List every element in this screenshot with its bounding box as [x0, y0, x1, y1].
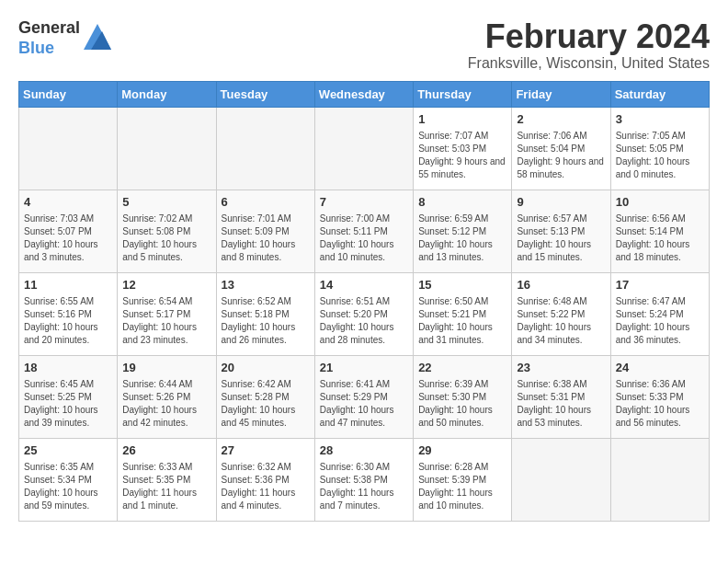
calendar-header-monday: Monday	[118, 81, 216, 107]
calendar-cell: 15Sunrise: 6:50 AM Sunset: 5:21 PM Dayli…	[414, 272, 512, 355]
day-number: 26	[122, 442, 210, 459]
day-number: 25	[24, 442, 112, 459]
calendar-cell: 7Sunrise: 7:00 AM Sunset: 5:11 PM Daylig…	[314, 190, 413, 272]
day-number: 17	[616, 277, 704, 293]
day-number: 15	[418, 277, 506, 293]
calendar-cell: 29Sunrise: 6:28 AM Sunset: 5:39 PM Dayli…	[414, 438, 512, 521]
calendar-cell: 2Sunrise: 7:06 AM Sunset: 5:04 PM Daylig…	[512, 107, 610, 190]
calendar-week-row: 11Sunrise: 6:55 AM Sunset: 5:16 PM Dayli…	[19, 272, 710, 355]
day-info: Sunrise: 7:00 AM Sunset: 5:11 PM Dayligh…	[320, 213, 408, 264]
calendar-cell	[118, 107, 216, 190]
day-info: Sunrise: 6:59 AM Sunset: 5:12 PM Dayligh…	[418, 213, 506, 264]
day-number: 4	[24, 194, 112, 211]
calendar-cell: 12Sunrise: 6:54 AM Sunset: 5:17 PM Dayli…	[118, 272, 216, 355]
day-number: 22	[418, 360, 506, 376]
day-number: 1	[418, 111, 506, 128]
calendar-cell	[216, 107, 314, 190]
day-info: Sunrise: 6:28 AM Sunset: 5:39 PM Dayligh…	[418, 461, 506, 512]
day-number: 27	[222, 442, 310, 459]
day-info: Sunrise: 6:56 AM Sunset: 5:14 PM Dayligh…	[616, 213, 704, 264]
calendar-cell: 4Sunrise: 7:03 AM Sunset: 5:07 PM Daylig…	[19, 190, 118, 272]
day-info: Sunrise: 7:06 AM Sunset: 5:04 PM Dayligh…	[517, 130, 605, 181]
day-number: 28	[320, 442, 408, 459]
calendar-cell: 23Sunrise: 6:38 AM Sunset: 5:31 PM Dayli…	[512, 355, 610, 438]
day-number: 9	[517, 194, 605, 211]
day-number: 24	[616, 360, 704, 376]
day-number: 2	[517, 111, 605, 128]
day-info: Sunrise: 6:50 AM Sunset: 5:21 PM Dayligh…	[418, 295, 506, 347]
day-info: Sunrise: 7:07 AM Sunset: 5:03 PM Dayligh…	[418, 130, 506, 181]
calendar-cell: 18Sunrise: 6:45 AM Sunset: 5:25 PM Dayli…	[19, 355, 118, 438]
calendar-cell: 5Sunrise: 7:02 AM Sunset: 5:08 PM Daylig…	[118, 190, 216, 272]
calendar-cell: 21Sunrise: 6:41 AM Sunset: 5:29 PM Dayli…	[314, 355, 413, 438]
day-number: 6	[222, 194, 310, 211]
calendar-cell: 28Sunrise: 6:30 AM Sunset: 5:38 PM Dayli…	[314, 438, 413, 521]
day-number: 3	[616, 111, 704, 128]
calendar-cell: 1Sunrise: 7:07 AM Sunset: 5:03 PM Daylig…	[414, 107, 512, 190]
day-info: Sunrise: 6:33 AM Sunset: 5:35 PM Dayligh…	[122, 461, 210, 512]
calendar-week-row: 25Sunrise: 6:35 AM Sunset: 5:34 PM Dayli…	[19, 438, 710, 521]
day-number: 7	[320, 194, 408, 211]
calendar-cell: 8Sunrise: 6:59 AM Sunset: 5:12 PM Daylig…	[414, 190, 512, 272]
day-info: Sunrise: 6:47 AM Sunset: 5:24 PM Dayligh…	[616, 295, 704, 347]
calendar-cell: 27Sunrise: 6:32 AM Sunset: 5:36 PM Dayli…	[216, 438, 314, 521]
calendar-week-row: 1Sunrise: 7:07 AM Sunset: 5:03 PM Daylig…	[19, 107, 710, 190]
logo-line2: Blue	[18, 39, 54, 57]
calendar-cell: 24Sunrise: 6:36 AM Sunset: 5:33 PM Dayli…	[610, 355, 709, 438]
calendar-header-tuesday: Tuesday	[216, 81, 314, 107]
day-number: 11	[24, 277, 112, 293]
calendar-header-row: SundayMondayTuesdayWednesdayThursdayFrid…	[19, 81, 710, 107]
calendar-header-sunday: Sunday	[19, 81, 118, 107]
day-info: Sunrise: 7:03 AM Sunset: 5:07 PM Dayligh…	[24, 213, 112, 264]
day-info: Sunrise: 7:01 AM Sunset: 5:09 PM Dayligh…	[222, 213, 310, 264]
calendar-header-saturday: Saturday	[610, 81, 709, 107]
day-info: Sunrise: 6:48 AM Sunset: 5:22 PM Dayligh…	[517, 295, 605, 347]
day-info: Sunrise: 7:02 AM Sunset: 5:08 PM Dayligh…	[122, 213, 210, 264]
day-info: Sunrise: 6:54 AM Sunset: 5:17 PM Dayligh…	[122, 295, 210, 347]
day-number: 18	[24, 360, 112, 376]
day-info: Sunrise: 6:32 AM Sunset: 5:36 PM Dayligh…	[222, 461, 310, 512]
day-number: 10	[616, 194, 704, 211]
calendar-cell: 26Sunrise: 6:33 AM Sunset: 5:35 PM Dayli…	[118, 438, 216, 521]
logo-icon	[84, 24, 111, 53]
day-info: Sunrise: 6:42 AM Sunset: 5:28 PM Dayligh…	[222, 378, 310, 430]
calendar-cell: 11Sunrise: 6:55 AM Sunset: 5:16 PM Dayli…	[19, 272, 118, 355]
calendar-cell: 9Sunrise: 6:57 AM Sunset: 5:13 PM Daylig…	[512, 190, 610, 272]
month-title: February 2024	[468, 18, 710, 55]
day-info: Sunrise: 6:30 AM Sunset: 5:38 PM Dayligh…	[320, 461, 408, 512]
day-number: 21	[320, 360, 408, 376]
calendar-cell: 20Sunrise: 6:42 AM Sunset: 5:28 PM Dayli…	[216, 355, 314, 438]
day-info: Sunrise: 6:35 AM Sunset: 5:34 PM Dayligh…	[24, 461, 112, 512]
page-header: General Blue February 2024 Franksville, …	[18, 18, 710, 72]
calendar-cell: 19Sunrise: 6:44 AM Sunset: 5:26 PM Dayli…	[118, 355, 216, 438]
day-info: Sunrise: 6:41 AM Sunset: 5:29 PM Dayligh…	[320, 378, 408, 430]
day-number: 19	[122, 360, 210, 376]
day-info: Sunrise: 7:05 AM Sunset: 5:05 PM Dayligh…	[616, 130, 704, 181]
logo-line1: General	[18, 18, 80, 37]
title-block: February 2024 Franksville, Wisconsin, Un…	[468, 18, 710, 72]
calendar-cell: 25Sunrise: 6:35 AM Sunset: 5:34 PM Dayli…	[19, 438, 118, 521]
day-number: 16	[517, 277, 605, 293]
calendar-table: SundayMondayTuesdayWednesdayThursdayFrid…	[18, 81, 710, 522]
day-info: Sunrise: 6:57 AM Sunset: 5:13 PM Dayligh…	[517, 213, 605, 264]
calendar-cell: 16Sunrise: 6:48 AM Sunset: 5:22 PM Dayli…	[512, 272, 610, 355]
logo: General Blue	[18, 18, 111, 58]
calendar-cell	[512, 438, 610, 521]
day-number: 12	[122, 277, 210, 293]
calendar-header-friday: Friday	[512, 81, 610, 107]
day-info: Sunrise: 6:55 AM Sunset: 5:16 PM Dayligh…	[24, 295, 112, 347]
calendar-cell: 6Sunrise: 7:01 AM Sunset: 5:09 PM Daylig…	[216, 190, 314, 272]
calendar-cell: 14Sunrise: 6:51 AM Sunset: 5:20 PM Dayli…	[314, 272, 413, 355]
calendar-header-wednesday: Wednesday	[314, 81, 413, 107]
calendar-week-row: 18Sunrise: 6:45 AM Sunset: 5:25 PM Dayli…	[19, 355, 710, 438]
day-number: 8	[418, 194, 506, 211]
day-info: Sunrise: 6:36 AM Sunset: 5:33 PM Dayligh…	[616, 378, 704, 430]
calendar-cell	[610, 438, 709, 521]
calendar-header-thursday: Thursday	[414, 81, 512, 107]
day-number: 29	[418, 442, 506, 459]
calendar-cell: 10Sunrise: 6:56 AM Sunset: 5:14 PM Dayli…	[610, 190, 709, 272]
day-info: Sunrise: 6:44 AM Sunset: 5:26 PM Dayligh…	[122, 378, 210, 430]
calendar-week-row: 4Sunrise: 7:03 AM Sunset: 5:07 PM Daylig…	[19, 190, 710, 272]
calendar-cell: 22Sunrise: 6:39 AM Sunset: 5:30 PM Dayli…	[414, 355, 512, 438]
day-number: 14	[320, 277, 408, 293]
